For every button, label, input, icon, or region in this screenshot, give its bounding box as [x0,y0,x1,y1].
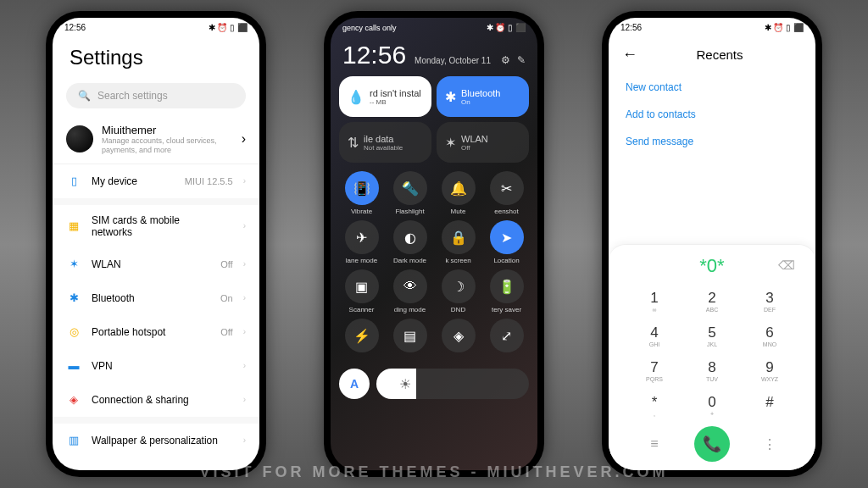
toggle-label: DND [451,306,465,313]
cc-toggle[interactable]: ⚡ [339,319,384,355]
cc-toggle[interactable]: ✂eenshot [484,171,529,215]
account-name: Miuithemer [102,124,233,136]
cc-toggle[interactable]: 🔋tery saver [484,269,529,313]
dial-display: *0* [699,255,724,276]
cc-toggle[interactable]: ◈ [436,319,481,355]
phone-control-center: gency calls only ✱ ⏰ ▯ ⬛ 12:56 Monday, O… [324,11,544,477]
toggle-icon: 📳 [345,171,379,205]
auto-brightness-button[interactable]: A [339,369,370,399]
row-icon: ✱ [66,291,81,306]
tile-icon: ✱ [445,89,456,105]
account-row[interactable]: Miuithemer Manage accounts, cloud servic… [53,115,259,164]
wallpaper-row[interactable]: ▥ Wallpaper & personalization › [53,424,259,458]
backspace-button[interactable]: ⌫ [778,258,795,272]
tile-title: ile data [364,134,393,144]
toggle-icon: ⤢ [490,319,524,352]
cc-toggle[interactable]: 🔔Mute [436,171,481,215]
cc-toggle[interactable]: ➤Location [484,220,529,264]
cc-toggle[interactable]: ✈lane mode [339,220,384,264]
chevron-icon: › [243,221,246,230]
gear-icon[interactable]: ⚙ [501,54,510,66]
brightness-slider[interactable]: ☀ [376,369,529,399]
more-button[interactable]: ⋮ [752,436,787,452]
settings-row[interactable]: ✱BluetoothOn› [53,281,259,315]
keypad-key[interactable]: 6MNO [741,319,798,353]
settings-row[interactable]: ◎Portable hotspotOff› [53,315,259,349]
my-device-row[interactable]: ▯ My device MIUI 12.5.5 › [53,164,259,198]
keypad-key[interactable]: 2ABC [683,284,741,319]
cc-toggle[interactable]: 🔦Flashlight [387,171,432,215]
keypad-key[interactable]: 4GHI [626,319,683,353]
keypad-key[interactable]: # [741,388,798,423]
key-digit: 4 [626,324,683,341]
toggle-icon: 🔒 [442,220,476,254]
item-label: VPN [92,360,223,372]
settings-row[interactable]: ◈Connection & sharing› [53,383,259,417]
key-digit: 3 [741,290,798,307]
cc-toggle[interactable]: ◐Dark mode [387,220,432,264]
row-icon: ◈ [66,392,81,408]
settings-row[interactable]: ▦SIM cards & mobile networks› [53,205,259,247]
tile-sub: -- MB [370,98,421,106]
key-letters: PQRS [626,376,683,382]
dialer-action[interactable]: New contact [626,74,798,101]
keypad-key[interactable]: 5JKL [683,319,741,353]
keypad-key[interactable]: 0+ [683,388,741,423]
toggle-label: Location [493,257,519,264]
toggle-label: Vibrate [351,208,372,215]
tile-icon: ⇅ [348,135,359,151]
cc-toggle[interactable]: ☽DND [436,269,481,313]
key-letters: TUV [683,376,741,382]
item-label: Bluetooth [92,292,210,304]
cc-tile[interactable]: ⇅ile dataNot available [339,122,431,163]
call-button[interactable]: 📞 [694,426,730,462]
cc-tile[interactable]: ✶WLANOff [437,122,529,163]
page-title: Recents [654,47,785,62]
phone-icon: ▯ [66,174,81,189]
cc-toggle[interactable]: 👁ding mode [387,269,432,313]
keypad-key[interactable]: 8TUV [683,353,741,388]
chevron-icon: › [242,131,246,147]
toggle-label: tery saver [492,306,521,313]
toggle-icon: 🔋 [490,269,524,303]
chevron-icon: › [243,176,246,186]
cc-toggle[interactable]: ⤢ [484,319,529,355]
keypad-key[interactable]: 7PQRS [626,353,683,388]
tile-icon: ✶ [445,135,456,151]
keypad-key[interactable]: 3DEF [741,284,798,319]
settings-row[interactable]: ▬VPN› [53,349,259,383]
row-icon: ▬ [66,358,81,374]
cc-toggle[interactable]: ▣Scanner [339,269,384,313]
settings-row[interactable]: ✶WLANOff› [53,247,259,281]
cc-toggle[interactable]: 🔒k screen [436,220,481,264]
chevron-icon: › [243,293,246,302]
toggle-label: lane mode [346,257,377,264]
dialer-action[interactable]: Send message [626,128,798,155]
dialer-action[interactable]: Add to contacts [626,101,798,128]
cc-tile[interactable]: 💧rd isn't instal-- MB [339,76,431,117]
cc-tile[interactable]: ✱BluetoothOn [437,76,529,117]
toggle-icon: 👁 [393,269,427,303]
key-digit: 0 [683,394,741,411]
keypad-key[interactable]: *, [626,388,683,423]
search-input[interactable]: 🔍 Search settings [66,83,246,108]
key-letters: MNO [741,341,798,347]
chevron-icon: › [243,435,246,445]
cc-toggle[interactable]: ▤ [387,319,432,355]
chevron-icon: › [243,361,246,370]
status-bar: gency calls only ✱ ⏰ ▯ ⬛ [331,18,537,37]
edit-icon[interactable]: ✎ [517,54,526,66]
tile-sub: On [461,98,500,106]
menu-button[interactable]: ≡ [637,436,672,452]
keypad-key[interactable]: 9WXYZ [741,353,798,388]
tile-title: rd isn't instal [370,88,421,98]
key-letters: ∞ [626,307,683,313]
chevron-icon: › [243,395,246,404]
keypad-key[interactable]: 1∞ [626,284,683,319]
cc-toggle[interactable]: 📳Vibrate [339,171,384,215]
toggle-icon: 🔦 [393,171,427,205]
item-value: On [220,293,233,303]
avatar [66,125,93,152]
key-digit: 9 [741,359,798,376]
back-button[interactable]: ← [622,46,637,64]
